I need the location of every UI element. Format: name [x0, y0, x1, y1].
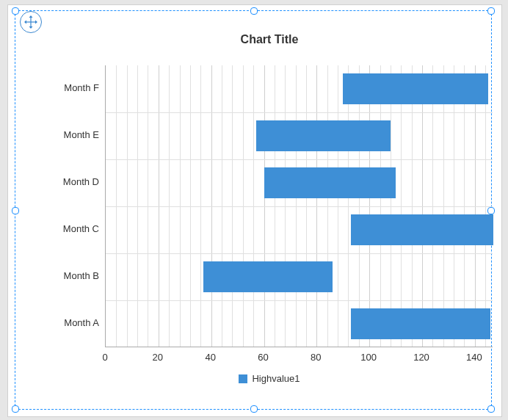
chart-selection-box[interactable]: Chart Title Month FMonth EMonth DMonth C…: [15, 10, 492, 410]
resize-handle-tl[interactable]: [12, 7, 19, 15]
legend[interactable]: Highvalue1: [40, 372, 498, 384]
chart-area[interactable]: Chart Title Month FMonth EMonth DMonth C…: [40, 29, 498, 413]
x-tick-label: 0: [90, 352, 120, 363]
y-tick-label: Month C: [40, 223, 99, 234]
y-tick-label: Month A: [40, 317, 99, 328]
y-tick-label: Month B: [40, 270, 99, 281]
legend-label: Highvalue1: [252, 373, 300, 384]
grid-row: [106, 159, 493, 160]
bar-month-a[interactable]: [351, 308, 490, 339]
resize-handle-tr[interactable]: [487, 7, 495, 15]
chart-title[interactable]: Chart Title: [40, 33, 498, 46]
plot-area[interactable]: [105, 65, 493, 347]
x-tick-label: 140: [460, 352, 489, 363]
bar-month-d[interactable]: [264, 167, 396, 198]
legend-swatch: [239, 374, 247, 383]
resize-handle-bl[interactable]: [12, 405, 19, 413]
x-tick-label: 20: [143, 352, 173, 363]
resize-handle-lc[interactable]: [12, 207, 19, 214]
x-tick-label: 80: [301, 352, 330, 363]
resize-handle-tc[interactable]: [250, 7, 258, 15]
x-tick-label: 100: [354, 352, 383, 363]
bar-month-f[interactable]: [343, 73, 488, 104]
grid-row: [106, 206, 493, 207]
move-chart-icon[interactable]: [20, 11, 42, 33]
bar-month-c[interactable]: [351, 214, 493, 245]
y-tick-label: Month F: [40, 82, 99, 93]
grid-row: [106, 253, 493, 254]
bar-month-b[interactable]: [203, 261, 333, 292]
bar-month-e[interactable]: [256, 120, 391, 151]
x-tick-label: 120: [407, 352, 436, 363]
x-tick-label: 40: [196, 352, 225, 363]
grid-row: [106, 112, 493, 113]
grid-row: [106, 300, 493, 301]
y-tick-label: Month D: [40, 176, 99, 187]
y-tick-label: Month E: [40, 129, 99, 140]
x-tick-label: 60: [249, 352, 278, 363]
